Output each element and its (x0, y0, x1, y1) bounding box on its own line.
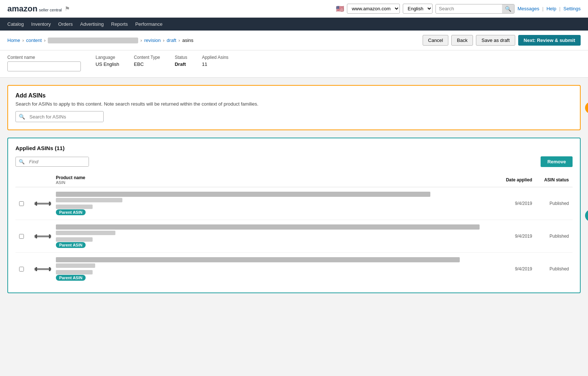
search-button[interactable]: 🔍 (502, 4, 514, 13)
settings-link[interactable]: Settings (563, 6, 581, 11)
language-select[interactable]: English (403, 4, 433, 14)
find-icon: 🔍 (16, 157, 28, 166)
nav-orders[interactable]: Orders (58, 20, 73, 28)
add-asins-title: Add ASINs (15, 92, 573, 99)
checkbox-row1[interactable] (19, 201, 24, 206)
row3-date: 9/4/2019 (495, 266, 532, 272)
svg-rect-6 (36, 234, 37, 238)
col-product-header: Product name ASIN (56, 175, 495, 185)
row2-product: ████████ ████ ███ ██ ██████ ██████ █████… (56, 224, 495, 248)
help-link[interactable]: Help (546, 6, 556, 11)
messages-link[interactable]: Messages (517, 6, 539, 11)
row2-date: 9/4/2019 (495, 234, 532, 239)
table-header: Product name ASIN Date applied ASIN stat… (15, 173, 573, 187)
breadcrumb: Home › content › ███████████████████████… (7, 38, 193, 43)
breadcrumb-home[interactable]: Home (7, 38, 20, 43)
svg-rect-11 (36, 267, 37, 271)
flag-icon-header: ⚑ (65, 5, 70, 12)
nav-catalog[interactable]: Catalog (7, 20, 24, 28)
row2-status: Published (532, 234, 569, 239)
row1-status: Published (532, 201, 569, 206)
search-input[interactable] (436, 4, 502, 13)
row3-asin-code: ████████████ (56, 269, 492, 275)
sep4: › (163, 38, 164, 43)
breadcrumb-content[interactable]: content (26, 38, 42, 43)
dumbbell-icon-2 (34, 231, 52, 242)
next-button[interactable]: Next: Review & submit (518, 35, 581, 46)
svg-rect-1 (36, 202, 37, 206)
svg-rect-12 (37, 268, 49, 270)
nav-advertising[interactable]: Advertising (80, 20, 104, 28)
language-label: Language (96, 55, 119, 60)
status-value: Draft (175, 61, 187, 67)
status-field: Status Draft (175, 55, 187, 67)
header-links: Messages | Help | Settings (517, 6, 581, 11)
svg-rect-4 (49, 202, 50, 206)
logo: amazon seller central ⚑ (7, 4, 70, 14)
breadcrumb-draft[interactable]: draft (167, 38, 176, 43)
add-asins-section: Add ASINs Search for ASINs to apply to t… (7, 85, 581, 130)
search-asin-icon: 🔍 (16, 111, 28, 122)
save-draft-button[interactable]: Save as draft (476, 35, 515, 46)
row3-product-name[interactable]: ████████ ████ ████ ██ ██████ ██████ ████… (56, 257, 492, 262)
row1-parent-badge: Parent ASIN (56, 209, 86, 215)
main-content: Add ASINs Search for ASINs to apply to t… (0, 78, 588, 301)
sep3: › (140, 38, 142, 43)
step-badge-1: 1 (585, 102, 588, 114)
nav-reports[interactable]: Reports (111, 20, 128, 28)
checkbox-row2[interactable] (19, 234, 24, 239)
row1-checkbox (19, 201, 30, 206)
row1-asin-code: ████████████ (56, 204, 492, 209)
content-type-value: EBC (134, 61, 160, 67)
sep1: › (22, 38, 24, 43)
sep5: › (179, 38, 180, 43)
col-date-header: Date applied (495, 177, 532, 182)
row2-thumbnail (30, 231, 56, 242)
checkbox-row3[interactable] (19, 267, 24, 272)
content-name-field: Content name (7, 55, 81, 71)
add-asins-wrapper: Add ASINs Search for ASINs to apply to t… (7, 85, 581, 130)
breadcrumb-bar: Home › content › ███████████████████████… (0, 31, 588, 50)
search-asin-input[interactable] (28, 112, 103, 122)
asin-header: ASIN (56, 180, 495, 185)
row1-asin-line2: ██████████ ████ ██ ██████ (56, 198, 492, 202)
header: amazon seller central ⚑ 🇺🇸 www.amazon.co… (0, 0, 588, 18)
nav-inventory[interactable]: Inventory (31, 20, 51, 28)
product-name-header: Product name (56, 175, 495, 180)
content-name-input[interactable] (7, 61, 81, 71)
row3-checkbox (19, 267, 30, 272)
svg-rect-7 (37, 235, 49, 237)
language-field: Language US English (96, 55, 119, 67)
find-input[interactable] (28, 157, 89, 166)
cancel-button[interactable]: Cancel (423, 35, 448, 46)
row3-thumbnail (30, 263, 56, 274)
dumbbell-icon-1 (34, 198, 52, 209)
row3-asin-line2: █████ ██ ██████ (56, 263, 492, 268)
back-button[interactable]: Back (451, 35, 473, 46)
applied-asins-field: Applied Asins 11 (202, 55, 229, 67)
svg-rect-9 (49, 234, 50, 238)
nav-bar: Catalog Inventory Orders Advertising Rep… (0, 18, 588, 31)
applied-asins-section: Applied ASINs (11) 🔍 Remove Product name… (7, 138, 581, 293)
row1-product: ████████ ████ ████ ██ ██████ ██████ ████… (56, 192, 495, 215)
col-status-header: ASIN status (532, 177, 569, 182)
row1-product-name[interactable]: ████████ ████ ████ ██ ██████ ██████ ████… (56, 192, 492, 197)
row2-parent-badge: Parent ASIN (56, 242, 86, 248)
header-left: amazon seller central ⚑ (7, 4, 70, 14)
remove-button[interactable]: Remove (541, 156, 573, 167)
find-remove-row: 🔍 Remove (15, 156, 573, 167)
breadcrumb-revision[interactable]: revision (144, 38, 161, 43)
search-asin-box: 🔍 (15, 111, 104, 122)
nav-performance[interactable]: Performance (135, 20, 162, 28)
row2-product-name[interactable]: ████████ ████ ███ ██ ██████ ██████ █████… (56, 224, 492, 230)
header-right: 🇺🇸 www.amazon.com English 🔍 Messages | H… (336, 4, 581, 14)
table-row: ████████ ████ ████ ██ ██████ ██████ ████… (15, 253, 573, 285)
breadcrumb-asins: asins (182, 38, 193, 43)
url-select[interactable]: www.amazon.com (347, 4, 400, 14)
row3-status: Published (532, 266, 569, 272)
search-box: 🔍 (435, 4, 514, 14)
find-box: 🔍 (15, 157, 89, 167)
svg-rect-14 (49, 267, 50, 271)
row2-asin-line2: ██████ ██ ████████████ (56, 231, 492, 235)
svg-rect-2 (37, 203, 49, 205)
